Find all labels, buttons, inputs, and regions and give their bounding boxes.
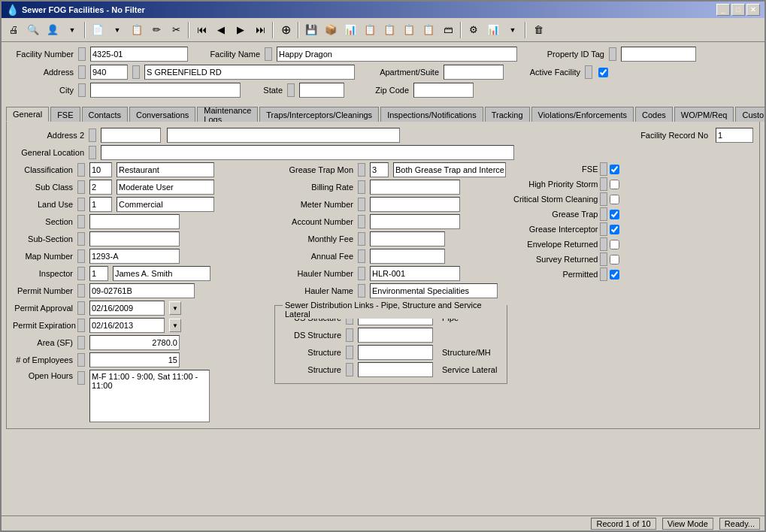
last-record-button[interactable]: ⏭ (251, 21, 269, 39)
facility-name-input[interactable] (277, 47, 517, 62)
prev-record-button[interactable]: ◀ (212, 21, 230, 39)
high-priority-checkbox[interactable] (610, 180, 619, 189)
state-input[interactable] (299, 83, 344, 98)
inspector-code-input[interactable] (89, 266, 108, 281)
map-number-input[interactable] (89, 249, 180, 264)
maximize-button[interactable]: □ (731, 4, 745, 16)
facility-record-input[interactable] (716, 128, 753, 143)
print-button[interactable]: 🖨 (5, 21, 23, 39)
structure1-input[interactable] (358, 345, 433, 360)
cut-button[interactable]: ✂ (167, 21, 185, 39)
classification-code-input[interactable] (89, 162, 112, 177)
settings-button[interactable]: ⚙ (465, 21, 483, 39)
address2-input2[interactable] (167, 128, 400, 143)
hauler-number-input[interactable] (370, 266, 460, 281)
apartment-suite-input[interactable] (444, 65, 504, 80)
ds-structure-input[interactable] (358, 328, 433, 343)
tab-wo-pm-req[interactable]: WO/PM/Req (674, 107, 734, 122)
critical-storm-checkbox[interactable] (610, 195, 619, 204)
grease-trap-mon-marker (358, 163, 365, 177)
database-button[interactable]: 🗃 (439, 21, 457, 39)
report2-button[interactable]: 📋 (380, 21, 398, 39)
new-button[interactable]: 📄 (89, 21, 107, 39)
chart-button[interactable]: 📊 (341, 21, 359, 39)
tab-maintenance-logs[interactable]: Maintenance Logs (197, 107, 258, 122)
billing-rate-input[interactable] (370, 180, 460, 195)
subclass-value-input[interactable] (117, 180, 214, 195)
close-button[interactable]: ✕ (746, 4, 760, 16)
report1-button[interactable]: 📋 (361, 21, 379, 39)
city-input[interactable] (90, 83, 241, 98)
annual-fee-input[interactable] (370, 249, 445, 264)
next-record-button[interactable]: ▶ (232, 21, 250, 39)
first-record-button[interactable]: ⏮ (192, 21, 210, 39)
edit-button[interactable]: ✏ (147, 21, 165, 39)
permit-expiration-input[interactable] (89, 318, 165, 333)
package-button[interactable]: 📦 (322, 21, 340, 39)
user-button[interactable]: 👤 (44, 21, 62, 39)
open-hours-row: Open Hours M-F 11:00 - 9:00, Sat 11:00 -… (13, 370, 268, 422)
inspector-label: Inspector (13, 269, 73, 278)
chart2-button[interactable]: 📊 (484, 21, 502, 39)
section-input[interactable] (89, 214, 180, 229)
monthly-fee-input[interactable] (370, 231, 445, 246)
subsection-input[interactable] (89, 231, 180, 246)
grease-interceptor-checkbox[interactable] (610, 225, 619, 234)
tab-codes[interactable]: Codes (635, 107, 673, 122)
envelope-returned-checkbox[interactable] (610, 240, 619, 249)
general-location-input[interactable] (101, 145, 514, 160)
classification-label: Classification (13, 165, 73, 174)
filter-dropdown-button[interactable]: ▼ (63, 21, 81, 39)
new-dropdown-button[interactable]: ▼ (108, 21, 126, 39)
tab-violations[interactable]: Violations/Enforcements (531, 107, 634, 122)
land-use-value-input[interactable] (117, 197, 214, 212)
structure2-input[interactable] (358, 362, 433, 377)
facility-number-input[interactable] (90, 47, 188, 62)
copy-button[interactable]: 📋 (128, 21, 146, 39)
add-button[interactable]: ⊕ (277, 21, 295, 39)
subclass-code-input[interactable] (89, 180, 112, 195)
grease-trap-checkbox[interactable] (610, 210, 619, 219)
open-hours-textarea[interactable]: M-F 11:00 - 9:00, Sat 11:00 - 11:00 (89, 370, 210, 422)
general-location-row: General Location (13, 145, 753, 160)
fse-checkbox[interactable] (610, 165, 619, 174)
area-sf-input[interactable] (89, 335, 180, 350)
address2-input1[interactable] (101, 128, 161, 143)
survey-returned-checkbox[interactable] (610, 255, 619, 264)
address-num-input[interactable] (90, 65, 128, 80)
permit-approval-dropdown[interactable]: ▼ (169, 301, 181, 315)
minimize-button[interactable]: _ (716, 4, 730, 16)
active-facility-checkbox[interactable] (598, 68, 608, 77)
property-id-input[interactable] (621, 47, 696, 62)
grease-trap-mon-value[interactable] (393, 162, 506, 177)
permit-expiration-dropdown[interactable]: ▼ (169, 319, 181, 332)
tab-general[interactable]: General (6, 107, 49, 122)
inspector-value-input[interactable] (113, 266, 210, 281)
report4-button[interactable]: 📋 (419, 21, 437, 39)
employees-input[interactable] (89, 352, 180, 367)
report3-button[interactable]: 📋 (400, 21, 418, 39)
meter-number-input[interactable] (370, 197, 460, 212)
permit-number-input[interactable] (89, 283, 195, 298)
title-bar: 💧 Sewer FOG Facilities - No Filter _ □ ✕ (2, 2, 764, 18)
tab-conversations[interactable]: Conversations (129, 107, 195, 122)
account-number-input[interactable] (370, 214, 460, 229)
delete-button[interactable]: 🗑 (529, 21, 547, 39)
permit-approval-input[interactable] (89, 301, 165, 316)
chart-dropdown-button[interactable]: ▼ (504, 21, 522, 39)
hauler-name-input[interactable] (370, 283, 498, 298)
save-button[interactable]: 💾 (302, 21, 320, 39)
address-street-input[interactable] (144, 65, 355, 80)
zip-input[interactable] (413, 83, 474, 98)
permitted-checkbox[interactable] (610, 270, 619, 280)
land-use-code-input[interactable] (89, 197, 112, 212)
grease-trap-mon-code[interactable] (370, 162, 389, 177)
tab-traps[interactable]: Traps/Interceptors/Cleanings (259, 107, 379, 122)
tab-inspections[interactable]: Inspections/Notifications (380, 107, 483, 122)
classification-value-input[interactable] (117, 162, 214, 177)
tab-contacts[interactable]: Contacts (82, 107, 128, 122)
tab-custom[interactable]: Custom (735, 107, 764, 122)
tab-fse[interactable]: FSE (50, 107, 80, 122)
tab-tracking[interactable]: Tracking (485, 107, 530, 122)
preview-button[interactable]: 🔍 (24, 21, 42, 39)
